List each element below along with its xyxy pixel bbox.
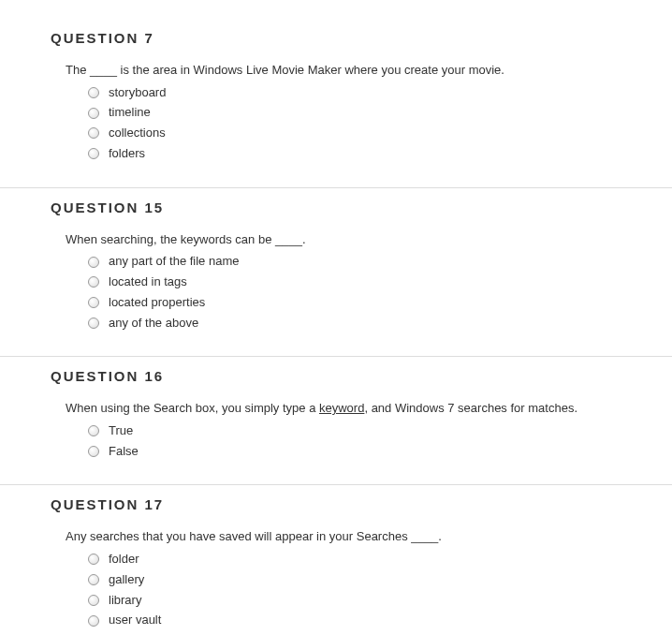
- option-row[interactable]: False: [51, 442, 672, 462]
- option-label: timeline: [109, 103, 151, 123]
- option-label: True: [109, 421, 133, 441]
- option-row[interactable]: user vault: [51, 611, 672, 630]
- option-row[interactable]: storyboard: [51, 83, 672, 103]
- radio-icon[interactable]: [88, 615, 99, 627]
- question-header: QUESTION 7: [51, 30, 672, 46]
- question-block-7: QUESTION 7 The ____ is the area in Windo…: [0, 19, 672, 187]
- option-label: located properties: [109, 293, 205, 313]
- radio-icon[interactable]: [88, 318, 99, 329]
- radio-icon[interactable]: [88, 554, 99, 565]
- option-label: gallery: [109, 570, 144, 590]
- radio-icon[interactable]: [88, 276, 99, 288]
- text-pre: When using the Search box, you simply ty…: [66, 401, 319, 415]
- option-row[interactable]: folder: [51, 550, 672, 569]
- radio-icon[interactable]: [88, 127, 99, 139]
- radio-icon[interactable]: [88, 108, 99, 119]
- text-post: .: [302, 232, 306, 246]
- keyword-link[interactable]: keyword: [319, 401, 364, 415]
- text-pre: When searching, the keywords can be: [66, 232, 275, 246]
- question-text: The ____ is the area in Windows Live Mov…: [51, 61, 672, 80]
- radio-icon[interactable]: [88, 446, 99, 457]
- blank: ____: [411, 529, 438, 543]
- question-block-15: QUESTION 15 When searching, the keywords…: [0, 188, 672, 357]
- question-text: When searching, the keywords can be ____…: [51, 230, 672, 249]
- option-label: folder: [109, 550, 139, 569]
- radio-icon[interactable]: [88, 257, 99, 268]
- blank: ____: [275, 232, 302, 246]
- option-row[interactable]: collections: [51, 124, 672, 143]
- option-label: any part of the file name: [109, 252, 239, 272]
- option-row[interactable]: timeline: [51, 103, 672, 123]
- option-row[interactable]: gallery: [51, 570, 672, 590]
- option-row[interactable]: located properties: [51, 293, 672, 313]
- option-row[interactable]: library: [51, 591, 672, 611]
- radio-icon[interactable]: [88, 425, 99, 436]
- radio-icon[interactable]: [88, 574, 99, 585]
- question-text: Any searches that you have saved will ap…: [51, 527, 672, 546]
- option-row[interactable]: located in tags: [51, 273, 672, 292]
- question-block-16: QUESTION 16 When using the Search box, y…: [0, 357, 672, 484]
- option-row[interactable]: folders: [51, 144, 672, 164]
- text-post: is the area in Windows Live Movie Maker …: [117, 63, 504, 77]
- option-label: folders: [109, 144, 145, 164]
- option-row[interactable]: any of the above: [51, 314, 672, 333]
- option-label: storyboard: [109, 83, 166, 103]
- question-header: QUESTION 15: [51, 199, 672, 215]
- question-header: QUESTION 17: [51, 496, 672, 512]
- radio-icon[interactable]: [88, 148, 99, 159]
- text-post: , and Windows 7 searches for matches.: [364, 401, 577, 415]
- option-label: user vault: [109, 611, 161, 630]
- option-label: located in tags: [109, 273, 187, 292]
- radio-icon[interactable]: [88, 87, 99, 98]
- question-header: QUESTION 16: [51, 368, 672, 384]
- text-post: .: [438, 529, 442, 543]
- option-row[interactable]: any part of the file name: [51, 252, 672, 272]
- question-block-17: QUESTION 17 Any searches that you have s…: [0, 485, 672, 635]
- radio-icon[interactable]: [88, 297, 99, 308]
- question-text: When using the Search box, you simply ty…: [51, 399, 672, 418]
- radio-icon[interactable]: [88, 595, 99, 606]
- blank: ____: [90, 63, 117, 77]
- text-pre: The: [66, 63, 90, 77]
- option-label: any of the above: [109, 314, 198, 333]
- option-label: library: [109, 591, 141, 611]
- option-label: False: [109, 442, 139, 462]
- option-label: collections: [109, 124, 166, 143]
- option-row[interactable]: True: [51, 421, 672, 441]
- text-pre: Any searches that you have saved will ap…: [66, 529, 411, 543]
